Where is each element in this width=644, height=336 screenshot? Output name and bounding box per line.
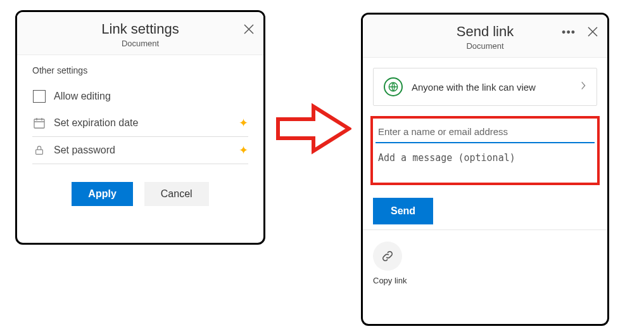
message-input[interactable]	[376, 143, 595, 171]
link-scope-label: Anyone with the link can view	[412, 82, 536, 93]
chevron-right-icon	[581, 81, 586, 93]
link-settings-subtitle: Document	[25, 39, 256, 48]
lock-icon	[32, 143, 46, 157]
apply-button[interactable]: Apply	[72, 182, 132, 206]
recipient-message-area	[370, 116, 600, 185]
globe-icon	[384, 77, 403, 96]
send-link-header: Send link Document •••	[363, 15, 607, 58]
close-icon[interactable]	[243, 23, 255, 35]
link-settings-header: Link settings Document	[17, 12, 263, 55]
expiration-label: Set expiration date	[54, 117, 138, 129]
password-row[interactable]: Set password ✦	[32, 137, 248, 164]
recipient-input[interactable]	[376, 121, 595, 143]
more-options-icon[interactable]: •••	[562, 26, 576, 39]
button-row: Apply Cancel	[32, 182, 248, 206]
svg-rect-1	[36, 150, 43, 154]
expiration-row[interactable]: Set expiration date ✦	[32, 110, 248, 137]
copy-link-button[interactable]	[373, 242, 402, 271]
other-settings-heading: Other settings	[32, 65, 248, 75]
send-row: Send	[363, 185, 607, 229]
premium-star-icon: ✦	[239, 116, 248, 130]
svg-rect-0	[34, 119, 44, 128]
password-label: Set password	[54, 145, 115, 156]
copy-link-section: Copy link	[363, 229, 607, 297]
copy-link-label: Copy link	[373, 276, 597, 285]
premium-star-icon: ✦	[239, 143, 248, 157]
allow-editing-label: Allow editing	[54, 91, 111, 102]
send-link-dialog: Send link Document ••• Anyone with the l…	[361, 13, 609, 326]
link-scope-selector[interactable]: Anyone with the link can view	[373, 68, 597, 106]
checkbox-icon[interactable]	[32, 89, 46, 103]
link-settings-title: Link settings	[25, 21, 256, 37]
arrow-icon	[275, 101, 351, 156]
send-button[interactable]: Send	[373, 198, 433, 224]
cancel-button[interactable]: Cancel	[144, 182, 209, 206]
link-settings-dialog: Link settings Document Other settings Al…	[15, 10, 265, 245]
calendar-icon	[32, 116, 46, 130]
close-icon[interactable]	[587, 26, 598, 37]
link-settings-body: Other settings Allow editing Set expirat…	[17, 55, 263, 216]
allow-editing-row[interactable]: Allow editing	[32, 83, 248, 110]
send-link-subtitle: Document	[370, 41, 600, 51]
